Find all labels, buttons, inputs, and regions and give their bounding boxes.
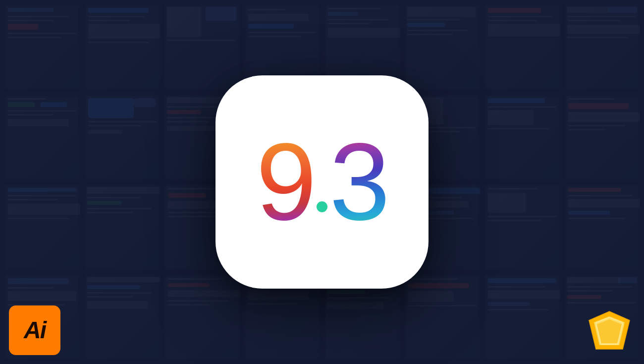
svg-marker-2 bbox=[597, 319, 622, 343]
ai-badge: Ai bbox=[9, 305, 60, 355]
ai-badge-text: Ai bbox=[24, 318, 46, 342]
version-three: 3 bbox=[329, 127, 388, 237]
sketch-badge bbox=[584, 305, 635, 355]
version-dot bbox=[317, 201, 327, 212]
sketch-icon bbox=[587, 309, 632, 351]
version-number: 9 3 bbox=[256, 127, 388, 237]
ios-version-icon: 9 3 bbox=[215, 75, 429, 289]
version-nine: 9 bbox=[256, 127, 315, 237]
